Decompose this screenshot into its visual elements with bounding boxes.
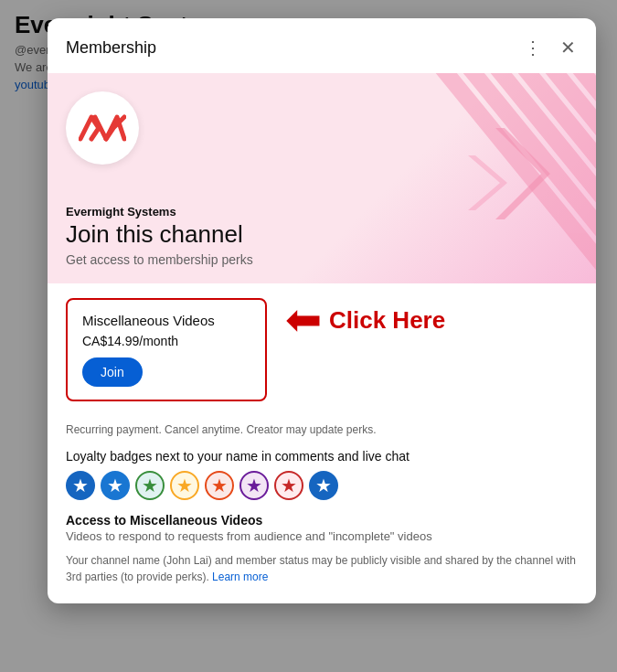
perks-section: Loyalty badges next to your name in comm…	[66, 449, 578, 585]
banner-subtitle: Get access to membership perks	[66, 252, 253, 267]
more-options-button[interactable]: ⋮	[518, 31, 548, 64]
privacy-note: Your channel name (John Lai) and member …	[66, 552, 578, 585]
learn-more-link[interactable]: Learn more	[212, 571, 268, 583]
badge-2: ★	[101, 471, 130, 500]
close-button[interactable]: ✕	[555, 31, 581, 64]
badge-1: ★	[66, 471, 95, 500]
badge-5: ★	[205, 471, 234, 500]
modal-header-actions: ⋮ ✕	[518, 31, 581, 64]
tier-name: Miscellaneous Videos	[82, 313, 250, 328]
privacy-note-text: Your channel name (John Lai) and member …	[66, 554, 576, 583]
access-perk-desc: Videos to respond to requests from audie…	[66, 529, 578, 543]
tier-row: Miscellaneous Videos CA$14.99/month Join…	[66, 298, 578, 412]
modal-body: Miscellaneous Videos CA$14.99/month Join…	[48, 283, 596, 603]
svg-marker-7	[468, 155, 507, 210]
badges-title: Loyalty badges next to your name in comm…	[66, 449, 578, 464]
click-annotation: ⬅ Click Here	[285, 298, 445, 342]
banner-text: Evermight Systems Join this channel Get …	[66, 205, 253, 267]
membership-modal: Membership ⋮ ✕	[48, 18, 596, 603]
close-icon: ✕	[560, 37, 576, 59]
click-here-label: Click Here	[329, 306, 445, 335]
evermight-logo-svg	[79, 110, 126, 146]
banner-join-title: Join this channel	[66, 220, 253, 249]
click-arrow-icon: ⬅	[285, 298, 322, 342]
badge-7: ★	[274, 471, 303, 500]
badge-8: ★	[309, 471, 338, 500]
modal-title: Membership	[66, 38, 156, 58]
badge-6: ★	[239, 471, 269, 500]
access-perk-title: Access to Miscellaneous Videos	[66, 513, 578, 528]
channel-logo	[66, 91, 139, 165]
badge-3: ★	[135, 471, 165, 500]
payment-note: Recurring payment. Cancel anytime. Creat…	[66, 423, 578, 436]
tier-price: CA$14.99/month	[82, 334, 250, 348]
join-button[interactable]: Join	[82, 357, 143, 387]
banner-channel-name: Evermight Systems	[66, 205, 253, 219]
badges-row: ★ ★ ★ ★ ★ ★ ★ ★	[66, 471, 578, 500]
more-icon: ⋮	[524, 37, 542, 59]
badge-4: ★	[170, 471, 199, 500]
tier-box: Miscellaneous Videos CA$14.99/month Join	[66, 298, 267, 401]
modal-header: Membership ⋮ ✕	[48, 18, 596, 73]
modal-banner: Evermight Systems Join this channel Get …	[48, 73, 596, 283]
banner-decoration	[358, 73, 596, 283]
